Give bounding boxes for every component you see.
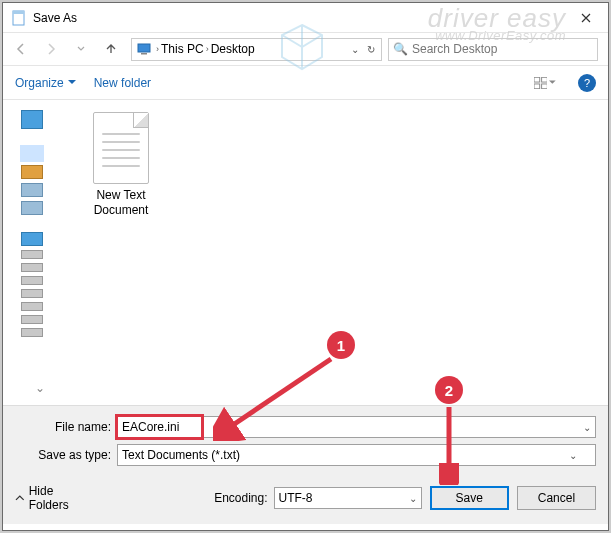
chevron-right-icon: › [156,44,159,54]
main-area: ⌄ New Text Document [3,100,608,405]
sidebar-item[interactable] [21,146,43,161]
arrow-right-icon [44,42,58,56]
navbar: › This PC › Desktop ⌄ ↻ 🔍 Search Desktop [3,33,608,66]
fields-area: File name: ⌄ Save as type: Text Document… [3,405,608,478]
sidebar-item[interactable] [21,328,43,337]
new-folder-button[interactable]: New folder [94,76,151,90]
forward-button[interactable] [37,37,65,61]
encoding-label: Encoding: [214,491,267,505]
search-input[interactable]: 🔍 Search Desktop [388,38,598,61]
sidebar-item[interactable] [21,289,43,298]
sidebar[interactable]: ⌄ [3,100,58,405]
filename-label: File name: [15,420,117,434]
cancel-button[interactable]: Cancel [517,486,596,510]
svg-rect-4 [534,77,540,82]
help-button[interactable]: ? [578,74,596,92]
search-icon: 🔍 [393,42,408,56]
recent-dropdown[interactable] [67,37,95,61]
svg-rect-7 [542,83,548,88]
sidebar-item[interactable] [21,110,43,129]
notepad-icon [11,10,27,26]
bottom-bar: Hide Folders Encoding: UTF-8 ⌄ Save Canc… [3,478,608,524]
window-title: Save As [33,11,564,25]
breadcrumb[interactable]: › This PC › Desktop ⌄ ↻ [131,38,382,61]
sidebar-item[interactable] [21,263,43,272]
text-file-icon [93,112,149,184]
sidebar-item[interactable] [21,165,43,179]
back-button[interactable] [7,37,35,61]
file-name: New Text Document [84,188,158,218]
svg-rect-3 [141,53,147,55]
arrow-left-icon [14,42,28,56]
save-button[interactable]: Save [430,486,509,510]
search-placeholder: Search Desktop [412,42,497,56]
sidebar-item[interactable] [21,276,43,285]
annotation-marker-1: 1 [327,331,355,359]
toolbar: Organize New folder ? [3,66,608,100]
close-button[interactable] [564,3,608,33]
sidebar-item[interactable] [21,302,43,311]
sidebar-scroll-down[interactable]: ⌄ [35,381,47,401]
svg-rect-2 [138,44,150,52]
svg-rect-6 [534,83,540,88]
titlebar: Save As [3,3,608,33]
close-icon [581,13,591,23]
sidebar-item[interactable] [21,183,43,197]
monitor-icon [136,41,152,57]
breadcrumb-segment[interactable]: This PC [161,42,204,56]
annotation-marker-2: 2 [435,376,463,404]
svg-rect-1 [13,11,24,14]
view-icon [534,77,547,89]
organize-menu[interactable]: Organize [15,76,76,90]
sidebar-item[interactable] [21,250,43,259]
chevron-down-icon: ⌄ [409,493,417,504]
filename-input[interactable] [117,416,202,438]
sidebar-item[interactable] [21,201,43,215]
caret-down-icon [68,80,76,85]
breadcrumb-dropdown[interactable]: ⌄ ↻ [351,44,379,55]
encoding-select[interactable]: UTF-8 ⌄ [274,487,422,509]
caret-down-icon [549,80,556,85]
arrow-up-icon [104,42,118,56]
chevron-down-icon [77,46,85,52]
up-button[interactable] [97,37,125,61]
chevron-down-icon: ⌄ [569,450,577,461]
sidebar-item[interactable] [21,315,43,324]
file-item[interactable]: New Text Document [84,112,158,218]
save-as-dialog: Save As › This PC › Desktop ⌄ ↻ 🔍 Search… [2,2,609,531]
hide-folders-button[interactable]: Hide Folders [15,484,94,512]
file-list[interactable]: New Text Document [58,100,608,405]
chevron-up-icon [15,494,25,502]
view-options[interactable] [534,72,556,94]
chevron-right-icon: › [206,44,209,54]
sidebar-item[interactable] [21,232,43,246]
type-label: Save as type: [15,448,117,462]
svg-rect-5 [542,77,548,82]
breadcrumb-segment[interactable]: Desktop [211,42,255,56]
type-select[interactable]: Text Documents (*.txt) ⌄ [117,444,596,466]
